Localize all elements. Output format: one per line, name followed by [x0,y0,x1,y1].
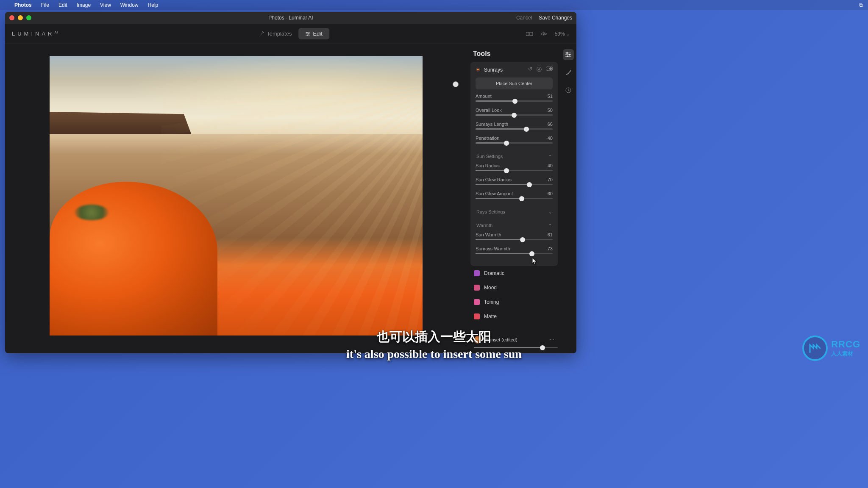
menu-image[interactable]: Image [77,2,91,8]
local-mask-icon[interactable] [563,67,574,78]
menu-help[interactable]: Help [148,2,159,8]
dropbox-icon[interactable]: ⧉ [859,2,863,8]
slider-value: 40 [548,163,553,168]
svg-point-7 [569,54,570,55]
window-titlebar: Photos - Luminar AI Cancel Save Changes [5,12,576,24]
slider-sunrays-warmth[interactable]: Sunrays Warmth 73 [476,246,553,254]
sun-center-handle[interactable] [453,81,459,87]
slider-label: Penetration [476,136,499,141]
macos-menubar: Photos File Edit Image View Window Help … [0,0,868,10]
svg-point-8 [567,55,568,57]
sunrays-panel: ☀ Sunrays ↺ Ⓐ Place Sun Center Amount 51 [470,62,558,266]
slider-sun-warmth[interactable]: Sun Warmth 61 [476,232,553,240]
sunrays-header[interactable]: ☀ Sunrays ↺ Ⓐ [476,66,553,78]
slider-value: 51 [548,94,553,99]
preset-label: Sunset (edited) [486,337,517,342]
slider-sun-radius[interactable]: Sun Radius 40 [476,163,553,171]
edit-tab[interactable]: Edit [298,28,329,39]
sidebar-category-icons [563,49,574,96]
tool-toning[interactable]: Toning [470,295,558,309]
svg-rect-3 [526,32,529,36]
mood-icon [474,285,480,291]
slider-amount[interactable]: Amount 51 [476,94,553,102]
watermark-text: RRCG [831,339,860,350]
cancel-button[interactable]: Cancel [516,15,532,21]
slider-label: Overall Look [476,108,502,113]
slider-sun-glow-amount[interactable]: Sun Glow Amount 60 [476,191,553,199]
edit-category-icon[interactable] [563,49,574,60]
history-icon[interactable] [563,85,574,96]
chevron-down-icon: ⌄ [548,210,552,214]
templates-tab[interactable]: Templates [252,28,298,39]
dramatic-icon [474,270,480,276]
watermark-subtext: 人人素材 [831,350,860,358]
tool-label: Toning [484,299,499,305]
wand-icon [259,31,264,36]
preset-thumbnail [474,336,481,344]
menu-file[interactable]: File [41,2,49,8]
chevron-up-icon: ⌃ [548,223,552,228]
main-area: Tools ☀ Sunrays ↺ Ⓐ [5,44,576,353]
close-window-button[interactable] [9,15,14,20]
zoom-level[interactable]: 59% ⌄ [555,31,570,37]
traffic-lights [9,15,31,20]
svg-point-6 [566,52,568,54]
menubar-app-name[interactable]: Photos [14,2,32,8]
preset-strength-slider[interactable] [474,347,558,348]
compare-icon[interactable] [526,31,533,36]
app-window: Photos - Luminar AI Cancel Save Changes … [5,12,576,353]
slider-label: Sun Glow Amount [476,191,513,196]
tool-label: Dramatic [484,270,504,276]
tool-label: Matte [484,313,497,319]
menu-window[interactable]: Window [120,2,139,8]
slider-value: 61 [548,232,553,237]
ai-badge-icon[interactable]: Ⓐ [537,66,542,73]
preset-more-icon[interactable]: ⋯ [550,337,554,343]
slider-overall-look[interactable]: Overall Look 50 [476,108,553,116]
svg-point-5 [543,33,545,35]
menu-view[interactable]: View [100,2,111,8]
slider-value: 66 [548,122,553,127]
save-changes-button[interactable]: Save Changes [539,15,572,21]
minimize-window-button[interactable] [18,15,23,20]
preset-bar[interactable]: Sunset (edited) ⋯ [470,332,558,344]
tool-dramatic[interactable]: Dramatic [470,266,558,280]
place-sun-center-button[interactable]: Place Sun Center [476,78,553,89]
warmth-header[interactable]: Warmth ⌃ [476,219,553,232]
slider-label: Sun Glow Radius [476,177,512,182]
svg-point-11 [549,67,552,70]
slider-value: 60 [548,191,553,196]
svg-rect-4 [530,32,533,36]
slider-label: Sunrays Warmth [476,246,510,251]
visibility-toggle-icon[interactable] [546,66,553,73]
tool-matte[interactable]: Matte [470,309,558,324]
preview-toggle-icon[interactable] [540,31,547,36]
chevron-up-icon: ⌃ [548,154,552,159]
watermark: RRCG 人人素材 [802,336,860,361]
mode-toggle: Templates Edit [252,28,329,39]
rays-settings-header[interactable]: Rays Settings ⌄ [476,205,553,219]
maximize-window-button[interactable] [26,15,31,20]
tool-label: Mood [484,285,497,291]
tool-mood[interactable]: Mood [470,280,558,295]
slider-label: Sun Radius [476,163,500,168]
reset-icon[interactable]: ↺ [528,66,532,73]
slider-sunrays-length[interactable]: Sunrays Length 66 [476,122,553,130]
window-title: Photos - Luminar AI [268,15,313,21]
canvas[interactable] [5,44,467,353]
slider-sun-glow-radius[interactable]: Sun Glow Radius 70 [476,177,553,185]
slider-value: 70 [548,177,553,182]
slider-value: 73 [548,246,553,251]
watermark-logo [802,336,828,361]
tools-sidebar: Tools ☀ Sunrays ↺ Ⓐ [467,44,576,353]
menu-edit[interactable]: Edit [58,2,67,8]
slider-penetration[interactable]: Penetration 40 [476,136,553,144]
sliders-icon [305,31,310,36]
matte-icon [474,313,480,319]
sun-icon: ☀ [476,67,481,73]
tools-heading: Tools [470,49,572,62]
svg-point-1 [308,33,309,34]
toning-icon [474,299,480,305]
sun-settings-header[interactable]: Sun Settings ⌃ [476,150,553,163]
app-toolbar: LUMINARAI Templates Edit 5 [5,24,576,44]
